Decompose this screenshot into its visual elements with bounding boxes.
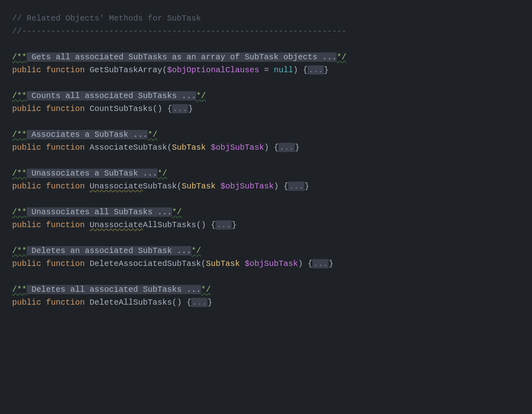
fn-name: DeleteAllSubTasks xyxy=(90,298,172,307)
paren-open: ( xyxy=(153,104,157,113)
kw-public: public xyxy=(12,220,41,230)
doc-open: /** xyxy=(12,91,27,100)
kw-function: function xyxy=(46,182,85,191)
paren-open: ( xyxy=(196,220,201,230)
brace-close: } xyxy=(232,220,237,230)
kw-public: public xyxy=(12,104,41,113)
doc-close: */ xyxy=(148,130,157,139)
doc-open: /** xyxy=(12,246,27,255)
code-fold[interactable]: ... xyxy=(191,298,207,307)
paren-close: ) xyxy=(293,65,298,75)
param-type: SubTask xyxy=(172,143,206,152)
paren-open: ( xyxy=(162,65,167,75)
kw-function: function xyxy=(46,143,85,152)
comment-header-2: //--------------------------------------… xyxy=(12,27,346,36)
doc-open: /** xyxy=(12,130,27,139)
paren-close: ) xyxy=(157,104,162,113)
paren-close: ) xyxy=(264,143,269,152)
doc-body: Unassociates all SubTasks ... xyxy=(27,207,172,217)
kw-function: function xyxy=(46,259,85,268)
code-editor[interactable]: // Related Objects' Methods for SubTask … xyxy=(0,0,532,321)
brace-close: } xyxy=(329,259,333,268)
param-type: SubTask xyxy=(206,259,240,268)
doc-body: Unassociates a SubTask ... xyxy=(27,169,157,178)
brace-open: { xyxy=(206,220,216,230)
brace-close: } xyxy=(188,104,193,113)
paren-close: ) xyxy=(274,182,279,191)
paren-close: ) xyxy=(201,220,206,230)
doc-close: */ xyxy=(172,207,182,217)
kw-function: function xyxy=(46,104,85,113)
assign: = xyxy=(259,65,274,75)
code-fold[interactable]: ... xyxy=(172,104,188,113)
kw-function: function xyxy=(46,220,85,230)
kw-function: function xyxy=(46,65,85,75)
doc-body: Counts all associated SubTasks ... xyxy=(27,91,196,100)
brace-open: { xyxy=(182,298,191,307)
fn-name-pre: Unassociate xyxy=(90,182,143,191)
doc-body: Gets all associated SubTasks as an array… xyxy=(27,52,337,62)
code-fold[interactable]: ... xyxy=(216,220,232,230)
fn-name-post: AllSubTasks xyxy=(143,220,196,230)
brace-close: } xyxy=(295,143,300,152)
kw-public: public xyxy=(12,65,41,75)
kw-public: public xyxy=(12,182,41,191)
doc-body: Deletes all associated SubTasks ... xyxy=(27,285,201,294)
paren-open: ( xyxy=(177,182,182,191)
doc-close: */ xyxy=(191,246,201,255)
paren-open: ( xyxy=(172,298,177,307)
code-fold[interactable]: ... xyxy=(288,182,304,191)
param-var: $objSubTask xyxy=(206,143,264,152)
fn-name-pre: Unassociate xyxy=(90,220,143,230)
fn-name: CountSubTasks xyxy=(90,104,153,113)
doc-open: /** xyxy=(12,285,27,294)
brace-close: } xyxy=(304,182,309,191)
doc-close: */ xyxy=(196,91,206,100)
paren-open: ( xyxy=(167,143,172,152)
paren-close: ) xyxy=(298,259,303,268)
code-fold[interactable]: ... xyxy=(312,259,329,268)
code-fold[interactable]: ... xyxy=(308,65,324,75)
fn-name: DeleteAssociatedSubTask xyxy=(90,259,201,268)
doc-open: /** xyxy=(12,207,27,217)
doc-body: Associates a SubTask ... xyxy=(27,130,148,139)
param-var: $objSubTask xyxy=(216,182,274,191)
doc-close: */ xyxy=(337,52,346,62)
kw-public: public xyxy=(12,143,41,152)
param-val: null xyxy=(274,65,293,75)
brace-open: { xyxy=(303,259,312,268)
brace-open: { xyxy=(279,182,288,191)
doc-open: /** xyxy=(12,169,27,178)
kw-public: public xyxy=(12,259,41,268)
kw-public: public xyxy=(12,298,41,307)
param-var: $objOptionalClauses xyxy=(167,65,259,75)
doc-open: /** xyxy=(12,52,27,62)
kw-function: function xyxy=(46,298,85,307)
brace-close: } xyxy=(324,65,329,75)
comment-header-1: // Related Objects' Methods for SubTask xyxy=(12,14,201,23)
param-var: $objSubTask xyxy=(240,259,298,268)
brace-open: { xyxy=(162,104,172,113)
code-fold[interactable]: ... xyxy=(279,143,295,152)
fn-name: GetSubTaskArray xyxy=(90,65,162,75)
paren-close: ) xyxy=(177,298,182,307)
paren-open: ( xyxy=(201,259,206,268)
fn-name: AssociateSubTask xyxy=(90,143,167,152)
brace-open: { xyxy=(269,143,279,152)
doc-close: */ xyxy=(201,285,211,294)
doc-body: Deletes an associated SubTask ... xyxy=(27,246,191,255)
brace-open: { xyxy=(298,65,308,75)
fn-name-post: SubTask xyxy=(143,182,177,191)
doc-close: */ xyxy=(157,169,167,178)
brace-close: } xyxy=(207,298,212,307)
param-type: SubTask xyxy=(182,182,216,191)
